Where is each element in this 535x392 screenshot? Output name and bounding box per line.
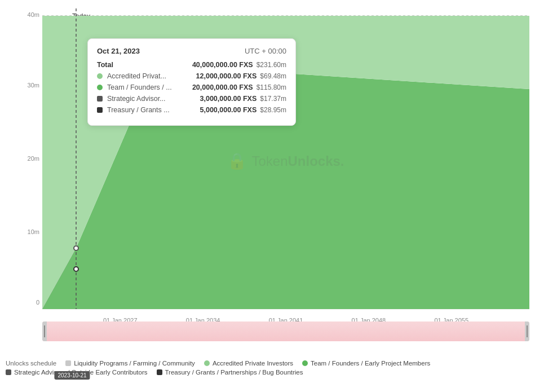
tooltip-value-strategic: 3,000,000.00 FXS <box>200 95 257 103</box>
tooltip-row-accredited: Accredited Privat... 12,000,000.00 FXS $… <box>97 72 286 80</box>
tooltip-label-accredited: Accredited Privat... <box>107 72 196 80</box>
date-chip: 2023-10-21 <box>54 371 90 380</box>
tooltip-dot-team <box>97 85 103 90</box>
dot-treasury <box>74 267 78 271</box>
y-label-30m: 30m <box>28 82 39 89</box>
legend-item-accredited: Accredited Private Investors <box>204 360 293 367</box>
y-label-10m: 10m <box>28 228 39 235</box>
tooltip-row-treasury: Treasury / Grants ... 5,000,000.00 FXS $… <box>97 106 286 114</box>
tooltip-usd-treasury: $28.95m <box>260 106 286 114</box>
y-label-0: 0 <box>36 299 39 306</box>
tooltip-usd-team: $115.80m <box>257 83 286 91</box>
legend-dot-team <box>302 360 308 366</box>
legend-dot-liquidity <box>65 360 71 366</box>
legend-dot-treasury <box>157 369 162 375</box>
y-axis: 40m 30m 20m 10m 0 <box>6 8 39 313</box>
tooltip-usd-accredited: $69.48m <box>260 72 286 80</box>
legend-row-1: Unlocks schedule Liquidity Programs / Fa… <box>6 360 529 367</box>
legend-item-team: Team / Founders / Early Project Members <box>302 360 430 367</box>
tooltip-label-strategic: Strategic Advisor... <box>107 95 200 103</box>
tooltip-header: Oct 21, 2023 UTC + 00:00 <box>97 47 286 55</box>
scrollbar[interactable] <box>42 321 529 341</box>
legend-item-liquidity: Liquidity Programs / Farming / Community <box>65 360 195 367</box>
legend-dot-strategic <box>6 369 11 375</box>
y-label-20m: 20m <box>28 155 39 162</box>
chart-container: 40m 30m 20m 10m 0 Today Chart in UTC + 0… <box>0 0 535 392</box>
tooltip-dot-treasury <box>97 107 103 113</box>
tooltip-total-value: 40,000,000.00 FXS <box>192 61 253 69</box>
tooltip-label-team: Team / Founders / ... <box>107 83 192 91</box>
scrollbar-handle-right[interactable] <box>525 321 529 341</box>
tooltip-value-accredited: 12,000,000.00 FXS <box>196 72 257 80</box>
tooltip-row-strategic: Strategic Advisor... 3,000,000.00 FXS $1… <box>97 95 286 103</box>
legend-text-treasury: Treasury / Grants / Partnerships / Bug B… <box>165 369 303 376</box>
legend-text-liquidity: Liquidity Programs / Farming / Community <box>74 360 195 367</box>
legend-text-accredited: Accredited Private Investors <box>213 360 293 367</box>
legend-text-team: Team / Founders / Early Project Members <box>311 360 430 367</box>
tooltip-value-team: 20,000,000.00 FXS <box>192 83 253 91</box>
tooltip-value-treasury: 5,000,000.00 FXS <box>200 106 257 114</box>
tooltip-usd-strategic: $17.37m <box>260 95 286 103</box>
y-label-40m: 40m <box>28 11 39 18</box>
tooltip-dot-accredited <box>97 73 103 79</box>
scrollbar-track <box>42 321 529 341</box>
unlocks-schedule-label: Unlocks schedule <box>6 360 56 367</box>
tooltip-row-team: Team / Founders / ... 20,000,000.00 FXS … <box>97 83 286 91</box>
tooltip-row-total: Total 40,000,000.00 FXS $231.60m <box>97 61 286 69</box>
scrollbar-handle-left[interactable] <box>42 321 47 341</box>
dot-strategic <box>74 246 78 250</box>
tooltip-total-usd: $231.60m <box>257 61 286 69</box>
legend-item-treasury: Treasury / Grants / Partnerships / Bug B… <box>157 369 303 376</box>
tooltip-dot-strategic <box>97 96 103 102</box>
tooltip: Oct 21, 2023 UTC + 00:00 Total 40,000,00… <box>87 38 296 126</box>
legend-dot-accredited <box>204 360 210 366</box>
tooltip-total-label: Total <box>97 61 192 69</box>
tooltip-date: Oct 21, 2023 <box>97 47 140 55</box>
tooltip-timezone: UTC + 00:00 <box>245 47 286 55</box>
tooltip-label-treasury: Treasury / Grants ... <box>107 106 200 114</box>
